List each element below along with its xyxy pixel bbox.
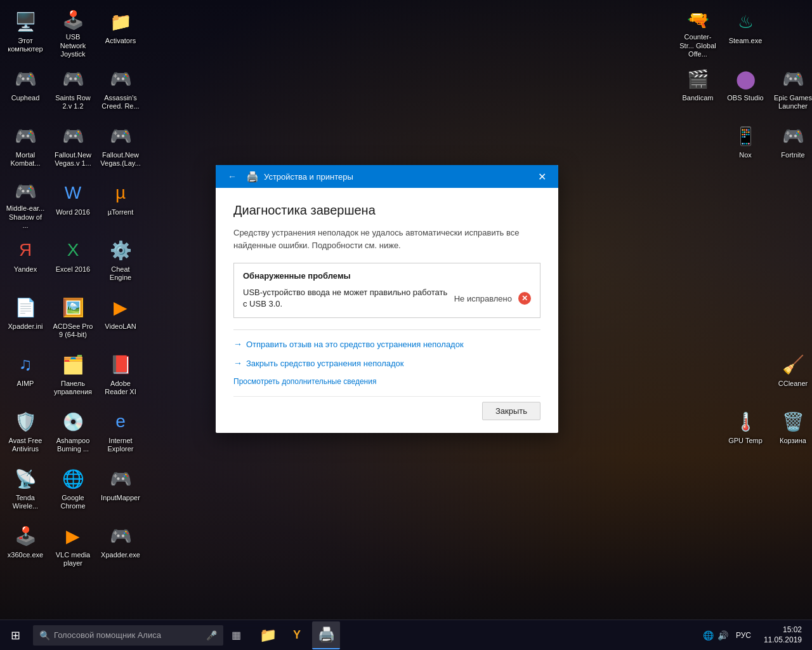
taskbar: ⊞ 🔍 🎤 ▦ 📁 Y 🖨️ 🌐 🔊 РУС xyxy=(0,620,812,650)
dialog-description: Средству устранения неполадок не удалось… xyxy=(233,227,540,251)
taskbar-apps: 📁 Y 🖨️ xyxy=(254,621,340,649)
dialog-title-icon: 🖨️ xyxy=(246,171,259,183)
yandex-browser-icon: Y xyxy=(293,628,301,642)
devices-printers-icon: 🖨️ xyxy=(318,627,335,643)
language-button[interactable]: РУС xyxy=(733,630,754,641)
dialog-back-button[interactable]: ← xyxy=(223,168,241,185)
system-clock[interactable]: 15:02 11.05.2019 xyxy=(759,624,807,646)
close-troubleshooter-arrow-icon: → xyxy=(233,358,242,368)
system-tray: 🌐 🔊 xyxy=(703,630,728,640)
taskbar-search[interactable]: 🔍 🎤 xyxy=(33,625,223,646)
volume-icon[interactable]: 🔊 xyxy=(717,630,728,640)
taskbar-devices-app[interactable]: 🖨️ xyxy=(312,621,340,649)
explorer-icon: 📁 xyxy=(259,627,277,644)
details-link[interactable]: Просмотреть дополнительные сведения xyxy=(233,377,540,386)
close-troubleshooter-label: Закрыть средство устранения неполадок xyxy=(246,359,403,368)
task-view-button[interactable]: ▦ xyxy=(223,620,249,651)
problems-title: Обнаруженные проблемы xyxy=(243,271,531,281)
problem-status: Не исправлено xyxy=(454,294,512,303)
dialog-close-button[interactable]: ✕ xyxy=(533,168,551,185)
desktop: 🖥️ Этот компьютер 🕹️ USB Network Joystic… xyxy=(0,0,812,650)
taskbar-yandex-app[interactable]: Y xyxy=(283,621,311,649)
dialog-title-text: Устройства и принтеры xyxy=(264,172,533,182)
problem-error-icon: ✕ xyxy=(518,292,531,305)
task-view-icon: ▦ xyxy=(232,629,241,641)
dialog-titlebar: ← 🖨️ Устройства и принтеры ✕ xyxy=(216,165,558,188)
feedback-link-label: Отправить отзыв на это средство устранен… xyxy=(246,340,464,349)
close-troubleshooter-link[interactable]: → Закрыть средство устранения неполадок xyxy=(233,358,540,368)
dialog-footer: Закрыть xyxy=(233,396,540,420)
close-button[interactable]: Закрыть xyxy=(482,402,540,420)
clock-date: 11.05.2019 xyxy=(764,635,802,646)
feedback-arrow-icon: → xyxy=(233,339,242,349)
search-icon: 🔍 xyxy=(39,630,50,640)
dialog-heading: Диагностика завершена xyxy=(233,203,540,218)
dialog-body: Диагностика завершена Средству устранени… xyxy=(216,188,558,433)
network-icon[interactable]: 🌐 xyxy=(703,630,714,640)
dialog-links-section: → Отправить отзыв на это средство устран… xyxy=(233,329,540,386)
problems-box: Обнаруженные проблемы USB-устройство вво… xyxy=(233,263,540,318)
taskbar-right: 🌐 🔊 РУС 15:02 11.05.2019 xyxy=(703,620,812,651)
microphone-icon[interactable]: 🎤 xyxy=(206,630,217,640)
dialog-overlay: ← 🖨️ Устройства и принтеры ✕ Диагностика… xyxy=(0,0,812,650)
windows-logo-icon: ⊞ xyxy=(11,628,20,642)
start-button[interactable]: ⊞ xyxy=(0,620,30,651)
taskbar-explorer-app[interactable]: 📁 xyxy=(254,621,282,649)
troubleshooter-dialog: ← 🖨️ Устройства и принтеры ✕ Диагностика… xyxy=(216,165,558,433)
problem-text: USB-устройство ввода не может правильно … xyxy=(243,287,448,310)
problem-row: USB-устройство ввода не может правильно … xyxy=(243,287,531,310)
clock-time: 15:02 xyxy=(764,625,802,635)
feedback-link[interactable]: → Отправить отзыв на это средство устран… xyxy=(233,339,540,349)
search-input[interactable] xyxy=(54,630,181,640)
